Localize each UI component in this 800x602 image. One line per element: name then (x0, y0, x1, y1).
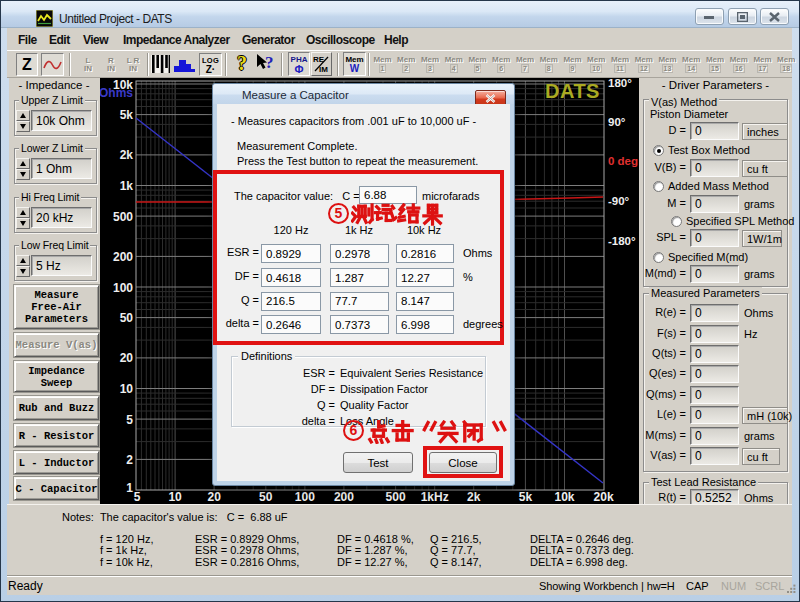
svg-text:1: 1 (126, 481, 133, 495)
svg-text:500: 500 (386, 490, 406, 504)
svg-text:10: 10 (168, 490, 182, 504)
svg-text:100: 100 (295, 490, 315, 504)
svg-text:20: 20 (207, 490, 221, 504)
svg-text:2: 2 (126, 453, 133, 467)
svg-text:2k: 2k (120, 148, 134, 162)
svg-text:90°: 90° (608, 116, 626, 128)
svg-text:20k: 20k (594, 490, 614, 504)
svg-text:Ohms: Ohms (100, 86, 133, 100)
svg-text:2k: 2k (467, 490, 481, 504)
svg-text:5k: 5k (519, 490, 533, 504)
svg-text:0 deg: 0 deg (608, 155, 638, 167)
svg-text:DATS: DATS (545, 80, 600, 102)
svg-text:1kHz: 1kHz (421, 490, 449, 504)
svg-text:20: 20 (120, 351, 134, 365)
svg-text:50: 50 (259, 490, 273, 504)
svg-text:5: 5 (134, 490, 141, 504)
svg-text:10: 10 (120, 382, 134, 396)
svg-text:500: 500 (113, 210, 133, 224)
svg-text:-90°: -90° (608, 195, 630, 207)
svg-text:1k: 1k (120, 179, 134, 193)
svg-text:180°: 180° (608, 78, 632, 89)
svg-text:50: 50 (120, 311, 134, 325)
svg-text:?: ? (265, 54, 274, 72)
svg-text:200: 200 (113, 250, 133, 264)
svg-text:5k: 5k (120, 108, 134, 122)
svg-text:IM: IM (319, 65, 328, 74)
svg-text:100: 100 (113, 281, 133, 295)
svg-text:5: 5 (126, 413, 133, 427)
svg-text:-180°: -180° (608, 235, 636, 247)
svg-text:200: 200 (334, 490, 354, 504)
svg-text:10k: 10k (554, 490, 574, 504)
